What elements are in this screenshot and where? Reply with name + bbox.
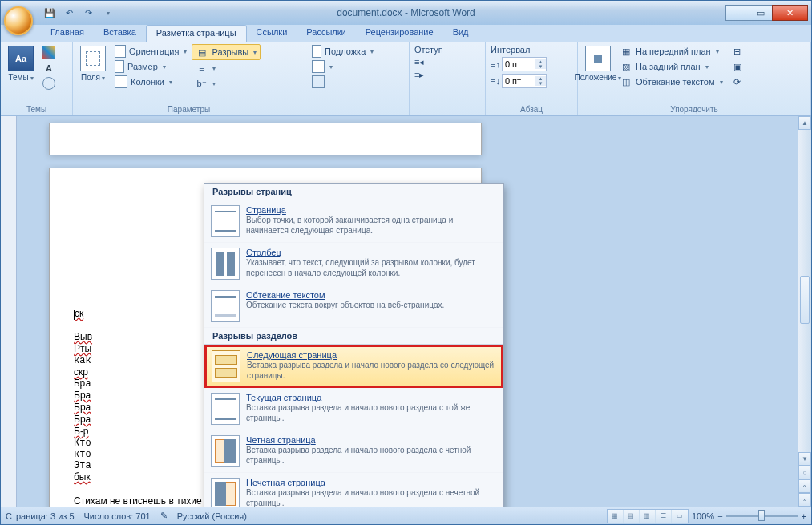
group-arrange-label: Упорядочить	[581, 103, 807, 115]
window-title: document.docx - Microsoft Word	[1, 7, 811, 18]
zoom-slider-thumb[interactable]	[758, 510, 765, 521]
space-after-icon: ≡↓	[491, 76, 500, 86]
group-button[interactable]: ▣	[728, 59, 747, 74]
hyphenation-icon: b⁻	[195, 77, 208, 90]
rotate-icon: ⟳	[731, 75, 744, 88]
textwrap-break-icon	[211, 290, 240, 322]
ribbon: Aa Темы A Темы Поля Ориентация Р	[1, 42, 811, 116]
size-icon	[115, 60, 124, 73]
hyphenation-button[interactable]: b⁻	[192, 76, 261, 91]
scroll-up-button[interactable]: ▲	[798, 116, 811, 130]
section-evenpage-item[interactable]: Четная страницаВставка разрыва раздела и…	[204, 430, 503, 473]
page-break-icon	[211, 205, 240, 237]
page-color-button[interactable]	[309, 59, 377, 74]
watermark-button[interactable]: Подложка	[309, 44, 377, 59]
group-themes-label: Темы	[4, 103, 69, 115]
theme-effects-icon[interactable]	[39, 76, 59, 91]
fullscreen-view-icon[interactable]: ▤	[624, 510, 640, 523]
title-bar: 💾 ↶ ↷ document.docx - Microsoft Word — ▭…	[1, 1, 811, 25]
scroll-down-button[interactable]: ▼	[798, 452, 811, 466]
page-borders-icon	[312, 75, 325, 88]
tab-references[interactable]: Ссылки	[247, 25, 297, 42]
ribbon-tabs: Главная Вставка Разметка страницы Ссылки…	[1, 25, 811, 42]
size-button[interactable]: Размер	[111, 59, 190, 74]
breaks-button[interactable]: ▤Разрывы	[192, 44, 261, 60]
theme-colors-icon[interactable]	[39, 46, 59, 60]
space-before-spinner[interactable]: ▲▼	[502, 57, 547, 71]
print-layout-view-icon[interactable]: ▦	[608, 510, 624, 523]
column-break-icon	[211, 248, 240, 280]
evenpage-section-icon	[211, 435, 240, 467]
line-numbers-icon: ≡	[195, 62, 208, 75]
columns-icon	[115, 75, 127, 88]
status-bar: Страница: 3 из 5 Число слов: 701 ✎ Русск…	[1, 507, 811, 524]
position-icon	[585, 46, 611, 71]
section-nextpage-item[interactable]: Следующая страницаВставка разрыва раздел…	[204, 345, 503, 388]
margins-button[interactable]: Поля	[76, 44, 110, 84]
text-wrap-icon: ◫	[620, 75, 632, 88]
margins-icon	[80, 46, 106, 71]
zoom-slider-track[interactable]	[726, 515, 798, 517]
indent-right-icon: ≡▸	[414, 70, 424, 80]
position-button[interactable]: Положение	[581, 44, 615, 84]
prev-page-button[interactable]: «	[798, 479, 811, 493]
space-after-spinner[interactable]: ▲▼	[502, 74, 547, 88]
bring-front-button[interactable]: ▦На передний план	[616, 44, 726, 59]
rotate-button[interactable]: ⟳	[728, 75, 747, 89]
tab-view[interactable]: Вид	[443, 25, 479, 42]
page-borders-button[interactable]	[309, 75, 377, 89]
columns-button[interactable]: Колонки	[111, 75, 190, 89]
section-breaks-header: Разрывы разделов	[204, 328, 503, 345]
line-numbers-button[interactable]: ≡	[192, 61, 261, 75]
breaks-dropdown: Разрывы страниц СтраницаВыбор точки, в к…	[204, 183, 504, 507]
status-proofing-icon[interactable]: ✎	[160, 511, 168, 521]
office-button[interactable]	[4, 6, 33, 35]
send-back-button[interactable]: ▧На задний план	[616, 59, 726, 74]
themes-icon: Aa	[8, 46, 34, 71]
oddpage-section-icon	[211, 478, 240, 507]
status-language[interactable]: Русский (Россия)	[177, 511, 247, 521]
vertical-scrollbar[interactable]: ▲ ▼ ○ « »	[798, 116, 811, 507]
breaks-icon: ▤	[196, 46, 208, 59]
page-color-icon	[312, 60, 325, 73]
break-column-item[interactable]: СтолбецУказывает, что текст, следующий з…	[204, 243, 503, 285]
indent-label: Отступ	[413, 44, 445, 55]
text-wrap-button[interactable]: ◫Обтекание текстом	[616, 75, 726, 89]
continuous-section-icon	[211, 393, 240, 425]
send-back-icon: ▧	[620, 60, 632, 73]
themes-button[interactable]: Aa Темы	[4, 44, 38, 84]
orientation-icon	[115, 45, 126, 58]
tab-insert[interactable]: Вставка	[94, 25, 146, 42]
align-button[interactable]: ⊟	[728, 44, 747, 59]
next-page-button[interactable]: »	[798, 493, 811, 507]
group-paragraph-label: Абзац	[489, 103, 574, 115]
space-before-icon: ≡↑	[491, 59, 500, 69]
tab-review[interactable]: Рецензирование	[356, 25, 443, 42]
watermark-icon	[312, 45, 321, 58]
tab-page-layout[interactable]: Разметка страницы	[146, 25, 247, 42]
section-oddpage-item[interactable]: Нечетная страницаВставка разрыва раздела…	[204, 473, 503, 507]
orientation-button[interactable]: Ориентация	[111, 44, 190, 59]
browse-object-button[interactable]: ○	[798, 466, 811, 479]
view-buttons[interactable]: ▦ ▤ ▥ ☰ ▭	[607, 509, 689, 523]
web-view-icon[interactable]: ▥	[640, 510, 656, 523]
tab-home[interactable]: Главная	[41, 25, 94, 42]
draft-view-icon[interactable]: ▭	[672, 510, 688, 523]
previous-page-bottom	[49, 123, 482, 155]
status-page[interactable]: Страница: 3 из 5	[6, 511, 75, 521]
break-textwrap-item[interactable]: Обтекание текстомОбтекание текста вокруг…	[204, 285, 503, 328]
section-continuous-item[interactable]: Текущая страницаВставка разрыва раздела …	[204, 388, 503, 430]
zoom-in-button[interactable]: +	[802, 511, 806, 521]
theme-fonts-icon[interactable]: A	[39, 61, 59, 75]
zoom-out-button[interactable]: −	[717, 511, 722, 521]
vertical-ruler[interactable]	[1, 116, 17, 507]
tab-mailings[interactable]: Рассылки	[297, 25, 355, 42]
scroll-thumb[interactable]	[800, 276, 810, 324]
bring-front-icon: ▦	[620, 45, 632, 58]
zoom-level[interactable]: 100%	[692, 511, 714, 521]
outline-view-icon[interactable]: ☰	[656, 510, 672, 523]
align-icon: ⊟	[731, 45, 744, 58]
indent-left-icon: ≡◂	[414, 57, 424, 67]
status-word-count[interactable]: Число слов: 701	[84, 511, 151, 521]
break-page-item[interactable]: СтраницаВыбор точки, в которой заканчива…	[204, 200, 503, 243]
